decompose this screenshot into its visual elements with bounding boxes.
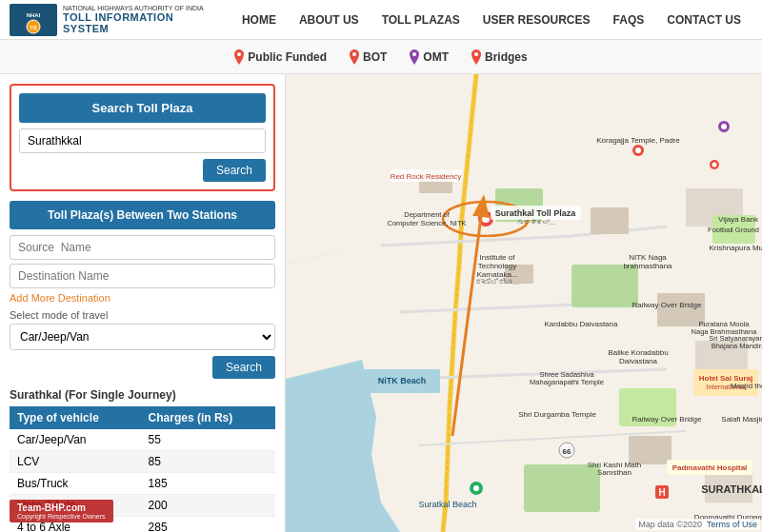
svg-text:Department of: Department of <box>404 210 450 219</box>
col-vehicle: Type of vehicle <box>10 406 141 429</box>
nav-contactus[interactable]: CONTACT US <box>655 0 752 40</box>
main-content: Search Toll Plaza Search Toll Plaza(s) B… <box>0 74 762 532</box>
table-row: Car/Jeep/Van55 <box>10 429 275 451</box>
svg-text:TIS: TIS <box>30 25 37 30</box>
svg-rect-15 <box>524 464 600 512</box>
svg-text:Surathkal Toll Plaza: Surathkal Toll Plaza <box>495 208 576 218</box>
map-terms[interactable]: Terms of Use <box>704 519 760 530</box>
svg-rect-18 <box>591 207 629 234</box>
svg-text:Masjid thoil: Masjid thoil <box>731 382 762 390</box>
svg-text:NiTK Beach: NiTK Beach <box>378 376 427 385</box>
svg-point-80 <box>473 485 479 491</box>
filter-public-funded-label: Public Funded <box>248 50 327 64</box>
source-input[interactable] <box>10 235 275 260</box>
svg-point-5 <box>352 52 356 56</box>
table-row: Bus/Truck185 <box>10 473 275 495</box>
svg-text:Bhajana Mandira: Bhajana Mandira <box>712 342 762 350</box>
watermark-line1: Team-BHP.com <box>17 502 106 513</box>
search-toll-plaza-button[interactable]: Search Toll Plaza <box>19 93 266 123</box>
svg-text:ರಾಷ್ಟ್ರೀಯ...: ರಾಷ್ಟ್ರೀಯ... <box>475 278 520 286</box>
watermark-text: Team-BHP.com Copyright Respective Owners <box>10 500 113 522</box>
svg-text:brahmasthana: brahmasthana <box>623 262 672 270</box>
svg-text:Kardabbu Daivastana: Kardabbu Daivastana <box>545 320 618 328</box>
left-panel: Search Toll Plaza Search Toll Plaza(s) B… <box>0 74 286 532</box>
svg-text:Daivastana: Daivastana <box>619 357 658 365</box>
svg-text:Vijaya Bank: Vijaya Bank <box>718 215 759 224</box>
logo-area: NHAI TIS NATIONAL HIGHWAYS AUTHORITY OF … <box>10 4 219 36</box>
charge-value: 85 <box>141 451 275 473</box>
svg-point-84 <box>721 124 727 129</box>
filter-public-funded[interactable]: Public Funded <box>234 49 327 65</box>
charge-value: 55 <box>141 429 275 451</box>
svg-point-6 <box>412 52 416 56</box>
svg-rect-13 <box>572 265 638 307</box>
svg-text:Koragajja Temple, Padre: Koragajja Temple, Padre <box>596 136 680 145</box>
map-attribution: Map data ©2020 <box>635 519 705 530</box>
svg-text:Railway Over Bridge: Railway Over Bridge <box>632 301 702 309</box>
svg-marker-10 <box>286 246 362 379</box>
svg-marker-11 <box>286 74 362 265</box>
filter-bot-label: BOT <box>363 50 387 64</box>
mode-select[interactable]: Car/Jeep/Van LCV Bus/Truck Upto 3 Axle 4… <box>10 324 275 350</box>
watermark: Team-BHP.com Copyright Respective Owners <box>10 500 113 522</box>
svg-text:Samsthan: Samsthan <box>597 468 632 477</box>
pin-icon-bridges <box>471 49 481 65</box>
charge-value: 200 <box>141 495 275 517</box>
svg-rect-19 <box>657 293 705 326</box>
table-title: Surathkal (For Single Journey) <box>10 388 275 402</box>
svg-text:Red Rock Residency: Red Rock Residency <box>391 172 462 181</box>
toll-search-input[interactable] <box>19 128 266 153</box>
two-stations-section: Toll Plaza(s) Between Two Stations Add M… <box>10 201 275 379</box>
map-svg: NiTK Beach Surathkal Toll Plaza ಸುರತ್ಕಲ್… <box>286 74 762 532</box>
vehicle-type: Bus/Truck <box>10 473 141 495</box>
map-area[interactable]: NiTK Beach Surathkal Toll Plaza ಸುರತ್ಕಲ್… <box>286 74 762 532</box>
svg-point-36 <box>712 163 717 167</box>
svg-text:Balike Koradabbu: Balike Koradabbu <box>608 348 668 357</box>
pin-icon-omt <box>410 49 419 65</box>
svg-point-7 <box>474 52 478 56</box>
svg-text:Naga Brahmasthana: Naga Brahmasthana <box>692 327 758 336</box>
svg-point-28 <box>482 215 490 223</box>
search-toll-section: Search Toll Plaza Search <box>10 84 275 191</box>
svg-text:H: H <box>658 487 665 498</box>
nav-userresources[interactable]: USER RESOURCES <box>471 0 602 40</box>
svg-point-4 <box>237 52 241 56</box>
logo-line2: TOLL INFORMATION SYSTEM <box>63 11 219 34</box>
header: NHAI TIS NATIONAL HIGHWAYS AUTHORITY OF … <box>0 0 762 40</box>
search-button-2[interactable]: Search <box>212 356 275 379</box>
watermark-line2: Copyright Respective Owners <box>17 513 106 520</box>
filter-bridges[interactable]: Bridges <box>471 49 528 65</box>
destination-input[interactable] <box>10 264 275 288</box>
svg-text:NITK Naga: NITK Naga <box>629 253 667 262</box>
svg-text:Krishnapura Mutt: Krishnapura Mutt <box>710 244 762 252</box>
svg-text:Mahaganapathi Temple: Mahaganapathi Temple <box>530 378 604 386</box>
svg-point-33 <box>635 148 641 153</box>
svg-text:Suratkal Beach: Suratkal Beach <box>418 500 476 509</box>
search-button-1[interactable]: Search <box>203 159 266 182</box>
vehicle-type: LCV <box>10 451 141 473</box>
two-stations-button[interactable]: Toll Plaza(s) Between Two Stations <box>10 201 275 229</box>
nav-home[interactable]: HOME <box>231 0 288 40</box>
add-destination-link[interactable]: Add More Destination <box>10 292 275 304</box>
filter-omt-label: OMT <box>423 50 449 64</box>
table-row: LCV85 <box>10 451 275 473</box>
svg-text:Institute of: Institute of <box>480 253 516 262</box>
svg-text:NHAI: NHAI <box>27 12 41 18</box>
nav-faqs[interactable]: FAQS <box>602 0 656 40</box>
filter-bot[interactable]: BOT <box>350 49 387 65</box>
nav-tollplazas[interactable]: TOLL PLAZAS <box>371 0 471 40</box>
svg-text:ಸುರತ್ಕಲ್...: ಸುರತ್ಕಲ್... <box>516 219 555 226</box>
main-nav: HOME ABOUT US TOLL PLAZAS USER RESOURCES… <box>219 0 752 40</box>
svg-text:Railway Over Bridge: Railway Over Bridge <box>632 415 702 424</box>
vehicle-type: Car/Jeep/Van <box>10 429 141 451</box>
nav-about[interactable]: ABOUT US <box>288 0 371 40</box>
svg-text:Padmavathi Hospital: Padmavathi Hospital <box>672 463 748 472</box>
filter-omt[interactable]: OMT <box>410 49 449 65</box>
svg-text:Shri Durgamba Temple: Shri Durgamba Temple <box>518 410 596 419</box>
mode-label: Select mode of travel <box>10 309 275 321</box>
col-charges: Charges (in Rs) <box>141 406 275 429</box>
charge-value: 285 <box>141 517 275 533</box>
charge-value: 185 <box>141 473 275 495</box>
logo-text: NATIONAL HIGHWAYS AUTHORITY OF INDIA TOL… <box>63 5 219 35</box>
filter-bridges-label: Bridges <box>485 50 528 64</box>
